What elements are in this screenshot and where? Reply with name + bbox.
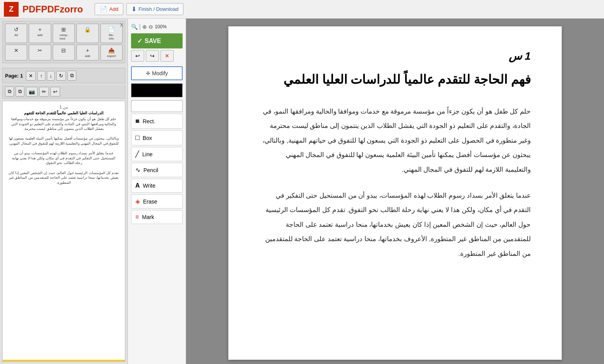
rotate-page-button[interactable]: ↻: [56, 71, 66, 81]
edit-controls: ↩ ↪ ✕: [131, 50, 183, 62]
page-label: Page: 1: [5, 73, 23, 79]
undo-page-button[interactable]: ↩: [50, 87, 60, 97]
zoom-separator: |: [139, 23, 141, 30]
merge-icon: ⊟: [61, 47, 66, 53]
page-controls-row2: ⧉ ⧉ 📷 ✏ ↩: [2, 85, 125, 98]
download-icon: ⬇: [131, 5, 136, 13]
move-down-button[interactable]: ↓: [47, 71, 55, 81]
delete-button[interactable]: ✕: [160, 50, 174, 62]
erase-tool-button[interactable]: ◈ Erase: [131, 194, 183, 209]
delete-page-button[interactable]: ✕: [26, 71, 36, 81]
copy2-button[interactable]: ⧉: [5, 86, 14, 97]
pencil-icon: ∿: [135, 166, 140, 174]
merge-button[interactable]: ⊟: [53, 45, 75, 60]
finish-download-button[interactable]: ⬇ Finish / Download: [126, 3, 183, 15]
undo-button[interactable]: ↩: [131, 50, 144, 62]
write-tool-button[interactable]: A Write: [131, 179, 183, 193]
write-icon: A: [135, 182, 140, 189]
redo-button[interactable]: ↪: [146, 50, 159, 62]
delete-icon: ✕: [14, 47, 19, 53]
cut-button[interactable]: ✂: [29, 45, 51, 60]
add-button[interactable]: 📄 Add: [95, 3, 123, 15]
modify-button[interactable]: ✛ Modify: [131, 66, 183, 80]
cut-icon: ✂: [38, 47, 42, 53]
pdf-paragraph-1: حلم كل طفل هو أن يكون جزءاً من مؤسسة مرم…: [259, 104, 531, 177]
zoom-bar: 🔍 | ⊕ ⊖ 100%: [131, 22, 183, 32]
add-pages-button[interactable]: + add: [76, 45, 98, 60]
checkmark-icon: ✓: [137, 37, 142, 45]
file-info-button[interactable]: 📄 file-info: [100, 24, 123, 43]
pdf-page-number: 1 س: [259, 50, 531, 62]
zoom-fit-button[interactable]: 🔍: [131, 24, 138, 30]
box-icon: □: [135, 134, 140, 142]
page-number-input[interactable]: 1: [131, 100, 183, 112]
rect-icon: ■: [135, 117, 140, 125]
left-panel: X ↺ All + add ⊞ comp-ress 🔒 📄 file-info: [0, 19, 128, 364]
export-button[interactable]: 📤 export: [100, 45, 123, 60]
erase-icon: ◈: [135, 198, 140, 205]
line-tool-button[interactable]: ╱ Line: [131, 147, 183, 161]
lock-button[interactable]: 🔒: [76, 24, 98, 43]
add-page-button[interactable]: + add: [29, 24, 51, 43]
mark-icon: ≡: [135, 214, 139, 221]
copy3-button[interactable]: ⧉: [16, 86, 24, 97]
app-title: PDFPDFzorro: [22, 4, 83, 15]
zoom-out-button[interactable]: ⊖: [148, 24, 153, 30]
thumbnail-content: 1 من الدراسات العليا العلمي عالمياً للتق…: [7, 105, 121, 357]
color-swatch[interactable]: [131, 83, 183, 97]
thumb-title: الدراسات العليا العلمي عالمياً للتقدم ال…: [24, 111, 104, 115]
rotate-all-icon: ↺: [14, 26, 19, 33]
copy-page-button[interactable]: ⧉: [67, 71, 76, 81]
main-area: X ↺ All + add ⊞ comp-ress 🔒 📄 file-info: [0, 19, 604, 364]
delete-selected-button[interactable]: ✕: [5, 45, 27, 60]
add-icon: +: [38, 26, 41, 33]
pdf-icon: 📄: [100, 5, 107, 13]
compress-button[interactable]: ⊞ comp-ress: [53, 24, 75, 43]
pencil-tool-button[interactable]: ∿ Pencil: [131, 163, 183, 177]
move-up-button[interactable]: ↑: [37, 71, 45, 81]
tools-panel: 🔍 | ⊕ ⊖ 100% ✓ SAVE ↩ ↪ ✕ ✛ Modify 1: [128, 19, 186, 364]
thumb-body: حلم كل طفل هو أن يكون جزءاً من مؤسسة مرم…: [7, 117, 121, 185]
add-pages-icon: +: [86, 47, 89, 53]
pdf-paragraph-2: عندما يتعلق الأمر بسداد رسوم الطلاب لهذه…: [259, 188, 531, 261]
file-info-icon: 📄: [108, 26, 115, 33]
move-icon: ✛: [146, 70, 150, 76]
compress-icon: ⊞: [61, 26, 66, 33]
line-icon: ╱: [135, 150, 139, 158]
box-tool-button[interactable]: □ Box: [131, 130, 183, 145]
thumbnail-area: 1 من الدراسات العليا العلمي عالمياً للتق…: [2, 101, 125, 362]
header: Z PDFPDFzorro 📄 Add ⬇ Finish / Download: [0, 0, 604, 19]
tool-icons-panel: X ↺ All + add ⊞ comp-ress 🔒 📄 file-info: [2, 21, 125, 63]
close-tool-icons-button[interactable]: X: [120, 22, 123, 28]
image-button[interactable]: 📷: [26, 87, 38, 97]
lock-icon: 🔒: [84, 26, 91, 33]
logo-letter: Z: [9, 5, 14, 14]
export-icon: 📤: [108, 47, 115, 53]
rect-tool-button[interactable]: ■ Rect.: [131, 114, 183, 129]
zoom-level: 100%: [155, 24, 167, 29]
pdf-area: 1 س فهم الحاجة للتقدم عالمياً للدراسات ا…: [186, 19, 604, 364]
edit-page-button[interactable]: ✏: [39, 87, 49, 97]
logo-icon: Z: [4, 2, 19, 17]
save-button[interactable]: ✓ SAVE: [131, 33, 183, 48]
thumb-page-label: 1 من: [60, 105, 68, 109]
rotate-all-button[interactable]: ↺ All: [5, 24, 27, 43]
pdf-title: فهم الحاجة للتقدم عالمياً للدراسات العلي…: [259, 70, 531, 89]
page-controls: Page: 1 ✕ ↑ ↓ ↻ ⧉: [2, 68, 125, 83]
mark-tool-button[interactable]: ≡ Mark: [131, 210, 183, 224]
zoom-in-button[interactable]: ⊕: [142, 24, 147, 30]
pdf-page: 1 س فهم الحاجة للتقدم عالمياً للدراسات ا…: [228, 26, 562, 360]
action-bar: ✓ SAVE ↩ ↪ ✕: [131, 33, 183, 62]
thumbnail-progress-bar: [3, 360, 125, 361]
